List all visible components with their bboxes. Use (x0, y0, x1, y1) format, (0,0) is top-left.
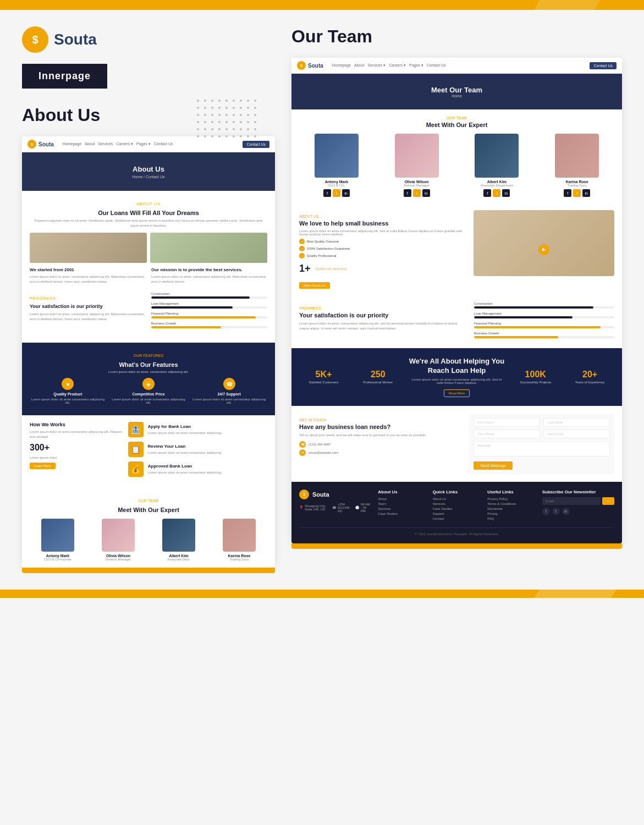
stat-experience-label: Years of Experience (565, 381, 614, 384)
r-member-1: Antony Mark CEO & CO. f t in (299, 134, 374, 197)
tw-icon[interactable]: t (333, 189, 340, 197)
check-3-text: Quality Professional (307, 254, 336, 257)
team-hero-title: Meet Our Team (431, 86, 482, 94)
r-progress-4: Business Growth (474, 332, 614, 338)
last-name-field[interactable]: Last Name (543, 418, 610, 427)
r-nav-contact-btn[interactable]: Contact Us (590, 62, 617, 69)
learn-more-btn[interactable]: Learn More (30, 463, 56, 469)
step-3: 💰 Approved Bank Loan Lorem ipsum dolor s… (128, 461, 267, 477)
footer-about-title: About Us (378, 490, 426, 494)
loan-form-right: First Name Last Name Your Phone Your Ema… (469, 414, 614, 474)
team-grid-left: Antony Mark CEO & Co-founder Olivia Wils… (30, 519, 267, 561)
member-1-img (41, 519, 74, 552)
message-field[interactable]: Message (474, 441, 610, 457)
footer-li-icon[interactable]: in (562, 508, 570, 515)
more-about-btn[interactable]: More About Us (299, 282, 330, 289)
mini-nav-items: Homepage About Services Careers ▾ Pages … (63, 142, 239, 146)
submit-btn[interactable]: Send Message (474, 461, 513, 470)
help-counter-label: YEARS OF SERVICE (315, 267, 347, 271)
form-heading: Have any business loan needs? (299, 424, 463, 430)
footer-about-4: Case Studies (378, 512, 426, 515)
r-nav-careers: Careers ▾ (389, 63, 406, 68)
read-more-btn[interactable]: Read More (444, 389, 470, 397)
left-col-desc: Lorem ipsum dolor sit amet, consectetur … (30, 274, 146, 284)
about-content: ABOUT US Our Loans Will Fill All Your Dr… (22, 191, 275, 343)
footer-quick-2: Services (433, 502, 481, 505)
footer-quick-4: Support (433, 512, 481, 515)
counter: 300+ (30, 443, 123, 453)
stats-row: 5K+ Satisfied Customers 250 Professional… (299, 357, 614, 397)
r3-fb-icon[interactable]: f (483, 189, 491, 197)
fb-icon[interactable]: f (323, 189, 331, 197)
counter-label: Lorem ipsum dolor (30, 456, 123, 459)
member-1-name: Antony Mark (30, 554, 86, 558)
help-desc: Lorem ipsum dolor sit amet consectetur a… (299, 229, 468, 236)
footer-about-links: About Us About Team Services Case Studie… (378, 490, 426, 522)
stats-center: We're All About Helping You Reach Loan H… (408, 357, 506, 397)
help-right: ▶ (474, 210, 614, 289)
check-2: ✓ 100% Satisfaction Guarantee (299, 246, 468, 251)
step-2-icon: 📋 (128, 442, 144, 457)
footer-useful-3: Disclaimer (487, 507, 536, 510)
phone-field[interactable]: Your Phone (474, 430, 540, 438)
subscribe-row: → (542, 497, 614, 505)
r4-fb-icon[interactable]: f (564, 189, 571, 197)
features-grid: ★ Quality Product Lorem ipsum dolor sit … (30, 378, 267, 409)
check-1: ✓ Best Quality Outcome (299, 239, 468, 244)
meet-heading: Meet With Our Expert (30, 507, 267, 513)
li-icon[interactable]: in (342, 189, 350, 197)
r-member-3-role: Associate Department (460, 184, 535, 187)
form-row-1: First Name Last Name (474, 418, 610, 427)
features-dark: OUR FEATURES What's Our Features Lorem i… (22, 343, 275, 415)
r2-li-icon[interactable]: in (422, 189, 430, 197)
r-member-2-social: f t in (379, 189, 454, 197)
r-member-2-img (395, 134, 439, 178)
step-3-title: Approved Bank Loan (148, 464, 222, 469)
step-1-desc: Lorem ipsum dolor sit amet consectetur a… (148, 431, 222, 435)
footer-about-3: Services (378, 507, 426, 510)
r3-li-icon[interactable]: in (502, 189, 510, 197)
team-member-4: Karina Rose Trading Guru (211, 519, 267, 561)
r-member-4-social: f t in (540, 189, 614, 197)
r-member-2: Olivia Wilson Division Manager f t in (379, 134, 454, 197)
subscribe-input[interactable] (542, 497, 601, 505)
feature-price-title: Competitive Price (111, 392, 187, 396)
contact-phone: ☎ (123) 456 9687 (299, 441, 463, 448)
footer-tw-icon[interactable]: t (552, 508, 560, 515)
help-counter: 1+ (299, 263, 311, 274)
r2-tw-icon[interactable]: t (413, 189, 421, 197)
first-name-field[interactable]: First Name (474, 418, 540, 427)
sat-desc: Lorem ipsum dolor sit amet, consectetur … (299, 321, 467, 331)
r-member-1-role: CEO & CO. (299, 184, 374, 187)
team-hero-desc: Home (452, 94, 462, 98)
r4-li-icon[interactable]: in (582, 189, 590, 197)
how-desc: Lorem ipsum dolor sit amet consectetur a… (30, 430, 123, 439)
footer-useful-1: Privacy Policy (487, 497, 536, 501)
progress-item-3: Financial Planning (151, 312, 267, 318)
play-button[interactable]: ▶ (538, 244, 549, 255)
r3-tw-icon[interactable]: t (493, 189, 500, 197)
feature-support-desc: Lorem ipsum dolor sit amet consectetur a… (191, 398, 267, 404)
stat-experience: 20+ Years of Experience (565, 370, 614, 384)
stat-workers-label: Professional Worker (354, 381, 403, 384)
contact-email-text: souta@website.com (309, 451, 338, 454)
left-col-title: We started from 2001 (30, 267, 146, 272)
nav-contact-btn[interactable]: Contact Us (243, 141, 269, 148)
nav-item-about: About (85, 142, 95, 146)
left-column: Souta Innerpage About Us for(let i=0;i<5… (22, 26, 275, 573)
footer-fb-icon[interactable]: f (542, 508, 550, 515)
member-3-role: Associate Dept. (151, 558, 207, 561)
r-member-2-photo (395, 134, 439, 178)
subscribe-btn[interactable]: → (602, 497, 614, 505)
satisfaction-heading: Your satisfaction is our priority (30, 304, 146, 309)
stat-experience-num: 20+ (565, 370, 614, 380)
member-3-img (162, 519, 195, 552)
email-field[interactable]: Your Email (543, 430, 610, 438)
footer-phone-icon: ☎ (332, 505, 336, 509)
r-nav-homepage: Homepage (332, 63, 351, 68)
step-2-content: Review Your Loan Lorem ipsum dolor sit a… (148, 444, 222, 455)
r4-tw-icon[interactable]: t (573, 189, 581, 197)
check-2-icon: ✓ (299, 246, 305, 251)
r2-fb-icon[interactable]: f (404, 189, 411, 197)
member-2-img (102, 519, 135, 552)
